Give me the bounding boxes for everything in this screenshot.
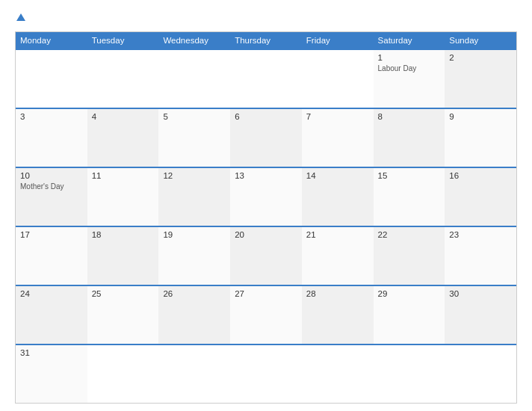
cell-day-number: 31 bbox=[20, 348, 83, 357]
cell-day-number: 22 bbox=[378, 230, 441, 239]
calendar-cell: 14 bbox=[302, 168, 374, 226]
weekday-header-monday: Monday bbox=[16, 32, 87, 49]
calendar-week-5: 24252627282930 bbox=[16, 285, 516, 344]
calendar-cell bbox=[445, 345, 516, 403]
cell-day-number: 9 bbox=[449, 112, 512, 121]
calendar-cell bbox=[87, 345, 159, 403]
calendar-header: MondayTuesdayWednesdayThursdayFridaySatu… bbox=[16, 32, 516, 49]
weekday-header-wednesday: Wednesday bbox=[158, 32, 230, 49]
calendar-cell bbox=[302, 50, 374, 108]
cell-day-number: 13 bbox=[235, 171, 297, 180]
calendar-cell: 5 bbox=[158, 109, 230, 167]
calendar-week-1: 1Labour Day2 bbox=[16, 49, 516, 108]
cell-day-number: 27 bbox=[235, 289, 297, 298]
weekday-header-friday: Friday bbox=[302, 32, 374, 49]
cell-day-number: 18 bbox=[92, 230, 155, 239]
calendar-cell: 20 bbox=[230, 227, 302, 285]
weekday-header-saturday: Saturday bbox=[374, 32, 445, 49]
calendar-cell: 3 bbox=[16, 109, 87, 167]
calendar-cell: 24 bbox=[16, 286, 87, 344]
cell-event-label: Labour Day bbox=[378, 64, 441, 73]
page: MondayTuesdayWednesdayThursdayFridaySatu… bbox=[0, 0, 532, 411]
logo bbox=[15, 12, 25, 24]
calendar-cell bbox=[230, 50, 302, 108]
calendar-cell: 4 bbox=[87, 109, 159, 167]
calendar-cell: 23 bbox=[445, 227, 516, 285]
calendar-cell: 29 bbox=[374, 286, 445, 344]
calendar-cell: 22 bbox=[374, 227, 445, 285]
cell-day-number: 26 bbox=[163, 289, 226, 298]
cell-day-number: 5 bbox=[163, 112, 226, 121]
calendar-cell: 6 bbox=[230, 109, 302, 167]
cell-day-number: 20 bbox=[235, 230, 297, 239]
calendar-cell: 25 bbox=[87, 286, 159, 344]
calendar-cell bbox=[158, 50, 230, 108]
calendar-body: 1Labour Day2345678910Mother's Day1112131… bbox=[16, 49, 516, 403]
calendar-cell: 2 bbox=[445, 50, 516, 108]
calendar-cell: 19 bbox=[158, 227, 230, 285]
cell-day-number: 6 bbox=[235, 112, 297, 121]
calendar-cell: 10Mother's Day bbox=[16, 168, 87, 226]
calendar-cell bbox=[158, 345, 230, 403]
cell-day-number: 23 bbox=[449, 230, 512, 239]
weekday-header-thursday: Thursday bbox=[230, 32, 302, 49]
calendar-cell: 15 bbox=[374, 168, 445, 226]
calendar-cell bbox=[87, 50, 159, 108]
calendar-cell: 7 bbox=[302, 109, 374, 167]
calendar-cell bbox=[230, 345, 302, 403]
calendar-cell: 12 bbox=[158, 168, 230, 226]
cell-day-number: 10 bbox=[20, 171, 83, 180]
calendar-cell bbox=[302, 345, 374, 403]
calendar-cell: 18 bbox=[87, 227, 159, 285]
calendar-cell: 16 bbox=[445, 168, 516, 226]
calendar-cell bbox=[374, 345, 445, 403]
weekday-header-sunday: Sunday bbox=[445, 32, 516, 49]
logo-top bbox=[15, 12, 25, 24]
cell-day-number: 15 bbox=[378, 171, 441, 180]
calendar: MondayTuesdayWednesdayThursdayFridaySatu… bbox=[15, 31, 517, 404]
cell-event-label: Mother's Day bbox=[20, 182, 83, 191]
cell-day-number: 29 bbox=[378, 289, 441, 298]
calendar-week-3: 10Mother's Day111213141516 bbox=[16, 167, 516, 226]
cell-day-number: 19 bbox=[163, 230, 226, 239]
calendar-cell: 17 bbox=[16, 227, 87, 285]
header bbox=[15, 12, 517, 24]
weekday-header-tuesday: Tuesday bbox=[87, 32, 159, 49]
calendar-cell: 13 bbox=[230, 168, 302, 226]
cell-day-number: 12 bbox=[163, 171, 226, 180]
cell-day-number: 21 bbox=[306, 230, 369, 239]
cell-day-number: 4 bbox=[92, 112, 155, 121]
calendar-cell: 31 bbox=[16, 345, 87, 403]
calendar-cell: 8 bbox=[374, 109, 445, 167]
cell-day-number: 7 bbox=[306, 112, 369, 121]
calendar-cell: 11 bbox=[87, 168, 159, 226]
cell-day-number: 8 bbox=[378, 112, 441, 121]
calendar-cell: 21 bbox=[302, 227, 374, 285]
cell-day-number: 16 bbox=[449, 171, 512, 180]
calendar-cell bbox=[16, 50, 87, 108]
logo-triangle-icon bbox=[16, 13, 25, 21]
cell-day-number: 3 bbox=[20, 112, 83, 121]
calendar-cell: 28 bbox=[302, 286, 374, 344]
cell-day-number: 28 bbox=[306, 289, 369, 298]
calendar-week-2: 3456789 bbox=[16, 108, 516, 167]
calendar-cell: 30 bbox=[445, 286, 516, 344]
cell-day-number: 25 bbox=[92, 289, 155, 298]
cell-day-number: 11 bbox=[92, 171, 155, 180]
calendar-cell: 1Labour Day bbox=[374, 50, 445, 108]
calendar-cell: 9 bbox=[445, 109, 516, 167]
calendar-cell: 27 bbox=[230, 286, 302, 344]
cell-day-number: 30 bbox=[449, 289, 512, 298]
calendar-week-4: 17181920212223 bbox=[16, 226, 516, 285]
cell-day-number: 1 bbox=[378, 53, 441, 62]
cell-day-number: 14 bbox=[306, 171, 369, 180]
calendar-week-6: 31 bbox=[16, 344, 516, 403]
cell-day-number: 17 bbox=[20, 230, 83, 239]
cell-day-number: 24 bbox=[20, 289, 83, 298]
calendar-cell: 26 bbox=[158, 286, 230, 344]
cell-day-number: 2 bbox=[449, 53, 512, 62]
